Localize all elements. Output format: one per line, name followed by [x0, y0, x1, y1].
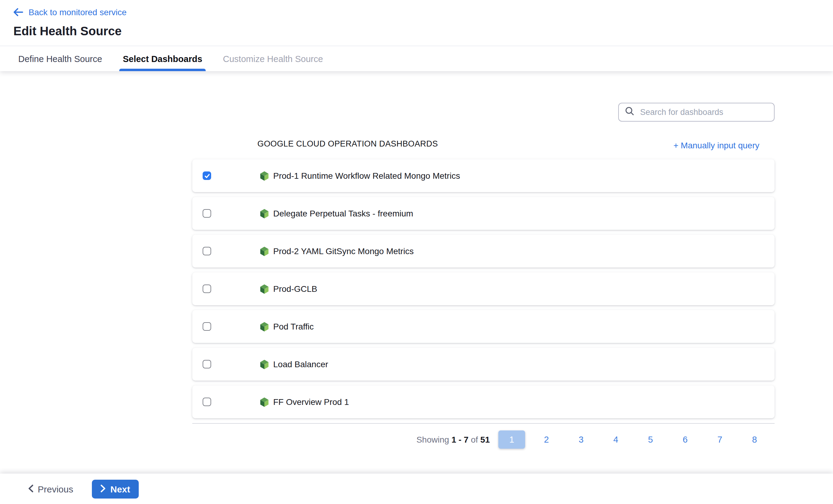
previous-label: Previous [38, 484, 73, 494]
dashboard-label: Prod-GCLB [273, 284, 317, 294]
page-header: Back to monitored service Edit Health So… [0, 0, 833, 71]
dashboard-row-5[interactable]: Load Balancer [192, 348, 775, 381]
chevron-right-icon [101, 484, 106, 494]
dashboards-content: GOOGLE CLOUD OPERATION DASHBOARDS + Manu… [0, 71, 833, 475]
manually-input-query-link[interactable]: + Manually input query [673, 141, 759, 150]
search-input[interactable] [639, 107, 768, 117]
edit-health-source-page: Back to monitored service Edit Health So… [0, 0, 833, 504]
dashboard-list: Prod-1 Runtime Workflow Related Mongo Me… [192, 159, 775, 424]
section-header: GOOGLE CLOUD OPERATION DASHBOARDS [257, 139, 438, 148]
dashboard-search [618, 103, 775, 122]
dashboard-hexagon-icon [259, 321, 269, 332]
dashboard-row-6[interactable]: FF Overview Prod 1 [192, 385, 775, 418]
dashboard-checkbox[interactable] [203, 172, 211, 180]
dashboard-hexagon-icon [259, 171, 269, 181]
page-button-8[interactable]: 8 [741, 430, 768, 448]
dashboard-checkbox[interactable] [203, 247, 211, 255]
dashboard-row-2[interactable]: Prod-2 YAML GitSync Mongo Metrics [192, 235, 775, 268]
dashboard-checkbox[interactable] [203, 322, 211, 331]
dashboard-hexagon-icon [259, 359, 269, 369]
back-arrow-icon [14, 8, 23, 17]
total-count: 51 [480, 434, 490, 444]
back-link[interactable]: Back to monitored service [14, 7, 126, 17]
dashboard-label: Delegate Perpetual Tasks - freemium [273, 208, 413, 218]
previous-button[interactable]: Previous [28, 484, 73, 494]
list-divider [192, 423, 775, 424]
dashboard-row-1[interactable]: Delegate Perpetual Tasks - freemium [192, 197, 775, 230]
pagination-summary: Showing 1 - 7 of 51 [416, 434, 490, 444]
dashboard-hexagon-icon [259, 397, 269, 407]
page-title: Edit Health Source [14, 25, 833, 37]
showing-label: Showing [416, 434, 451, 444]
page-button-5[interactable]: 5 [637, 430, 664, 448]
dashboard-checkbox[interactable] [203, 360, 211, 369]
pagination: Showing 1 - 7 of 51 12345678 [416, 430, 768, 449]
page-button-2[interactable]: 2 [533, 430, 560, 448]
page-button-7[interactable]: 7 [707, 430, 733, 448]
dashboard-checkbox[interactable] [203, 209, 211, 218]
dashboard-checkbox[interactable] [203, 284, 211, 293]
showing-range: 1 - 7 [451, 434, 469, 444]
tabstrip: Define Health Source Select Dashboards C… [0, 46, 833, 71]
dashboard-label: FF Overview Prod 1 [273, 397, 349, 407]
dashboard-label: Prod-2 YAML GitSync Mongo Metrics [273, 246, 414, 256]
dashboard-checkbox[interactable] [203, 398, 211, 406]
dashboard-hexagon-icon [259, 208, 269, 219]
dashboard-hexagon-icon [259, 284, 269, 294]
of-label: of [471, 434, 480, 444]
dashboard-label: Load Balancer [273, 359, 328, 369]
tab-select-dashboards[interactable]: Select Dashboards [123, 46, 202, 71]
tab-label: Select Dashboards [123, 54, 202, 64]
dashboard-label: Prod-1 Runtime Workflow Related Mongo Me… [273, 171, 460, 181]
tab-customize-health-source[interactable]: Customize Health Source [223, 46, 323, 71]
page-buttons: 12345678 [498, 430, 768, 448]
page-button-3[interactable]: 3 [568, 430, 594, 448]
active-tab-underline [119, 69, 206, 71]
tab-define-health-source[interactable]: Define Health Source [18, 46, 102, 71]
back-link-label: Back to monitored service [29, 7, 126, 17]
dashboard-label: Pod Traffic [273, 322, 314, 331]
page-button-6[interactable]: 6 [672, 430, 698, 448]
dashboard-row-3[interactable]: Prod-GCLB [192, 272, 775, 305]
chevron-left-icon [28, 484, 33, 494]
dashboard-row-0[interactable]: Prod-1 Runtime Workflow Related Mongo Me… [192, 159, 775, 192]
tab-label: Customize Health Source [223, 54, 323, 64]
search-icon [625, 106, 634, 118]
tab-label: Define Health Source [18, 54, 102, 64]
dashboard-hexagon-icon [259, 246, 269, 256]
footer-bar: Previous Next [0, 474, 833, 504]
next-label: Next [111, 484, 130, 494]
dashboard-row-4[interactable]: Pod Traffic [192, 310, 775, 343]
page-button-1[interactable]: 1 [498, 430, 525, 448]
next-button[interactable]: Next [92, 479, 139, 498]
page-button-4[interactable]: 4 [602, 430, 629, 448]
